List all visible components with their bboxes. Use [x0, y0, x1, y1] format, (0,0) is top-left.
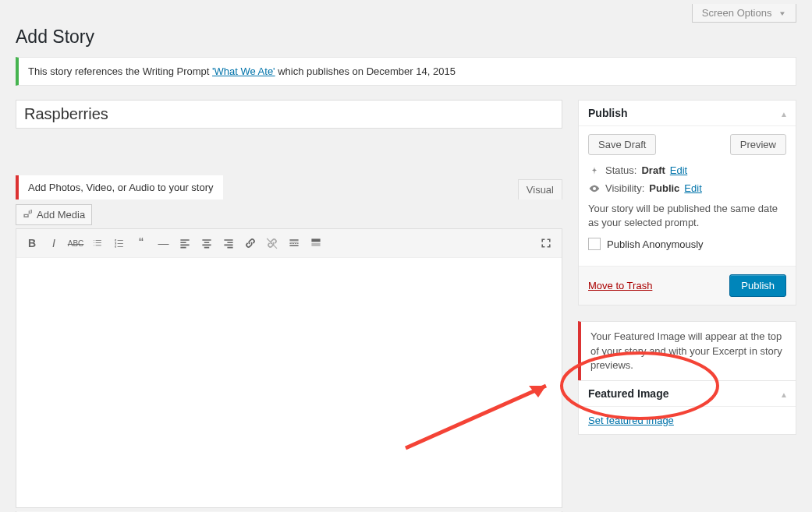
prompt-notice: This story references the Writing Prompt…: [16, 57, 796, 86]
align-left-button[interactable]: [174, 232, 196, 254]
fullscreen-button[interactable]: [535, 232, 557, 254]
triangle-up-icon[interactable]: ▲: [780, 110, 788, 118]
svg-rect-0: [311, 238, 320, 242]
publish-box: Publish ▲ Save Draft Preview Status: Dra…: [578, 100, 796, 305]
toolbar-toggle-button[interactable]: [305, 232, 327, 254]
chevron-down-icon: ▼: [778, 10, 786, 17]
notice-prefix: This story references the Writing Prompt: [28, 65, 212, 77]
set-featured-image-link[interactable]: Set featured image: [588, 415, 674, 426]
title-input[interactable]: [16, 100, 562, 129]
edit-status-link[interactable]: Edit: [670, 164, 687, 176]
edit-visibility-link[interactable]: Edit: [684, 182, 701, 194]
eye-icon: [588, 183, 601, 194]
visibility-label: Visibility:: [605, 182, 644, 194]
align-center-button[interactable]: [196, 232, 218, 254]
bold-button[interactable]: B: [21, 232, 43, 254]
anonymous-label: Publish Anonymously: [607, 238, 704, 250]
notice-suffix: which publishes on December 14, 2015: [275, 65, 456, 77]
tab-visual[interactable]: Visual: [518, 179, 562, 200]
screen-options-button[interactable]: Screen Options ▼: [692, 4, 796, 23]
insert-more-button[interactable]: [283, 232, 305, 254]
featured-image-notice: Your Featured Image will appear at the t…: [578, 321, 796, 380]
move-to-trash-link[interactable]: Move to Trash: [588, 280, 652, 291]
editor-toolbar: B I ABC “ —: [16, 229, 562, 258]
notice-prompt-link[interactable]: 'What We Ate': [212, 65, 275, 77]
publish-heading: Publish: [588, 107, 786, 119]
pin-icon: [588, 166, 601, 175]
italic-button[interactable]: I: [43, 232, 65, 254]
screen-options-label: Screen Options: [702, 7, 772, 19]
visibility-value: Public: [649, 182, 679, 194]
camera-music-icon: [23, 208, 34, 221]
add-media-label: Add Media: [37, 209, 85, 221]
publish-button[interactable]: Publish: [729, 274, 786, 297]
status-label: Status:: [605, 164, 636, 176]
unlink-button[interactable]: [261, 232, 283, 254]
svg-rect-1: [311, 243, 320, 246]
status-value: Draft: [641, 164, 665, 176]
publish-note: Your story will be published the same da…: [588, 202, 786, 230]
add-media-button[interactable]: Add Media: [16, 204, 92, 225]
preview-button[interactable]: Preview: [730, 134, 786, 155]
link-button[interactable]: [239, 232, 261, 254]
triangle-up-icon[interactable]: ▲: [780, 390, 788, 399]
editor-content[interactable]: [16, 258, 562, 507]
quote-button[interactable]: “: [130, 232, 152, 254]
anonymous-checkbox[interactable]: [588, 238, 601, 250]
number-list-button[interactable]: [108, 232, 130, 254]
strikethrough-button[interactable]: ABC: [65, 232, 87, 254]
media-tip: Add Photos, Video, or Audio to your stor…: [16, 175, 223, 200]
save-draft-button[interactable]: Save Draft: [588, 134, 656, 155]
hr-button[interactable]: —: [152, 232, 174, 254]
featured-image-heading: Featured Image: [588, 387, 786, 400]
bullet-list-button[interactable]: [87, 232, 108, 254]
page-title: Add Story: [16, 23, 796, 57]
align-right-button[interactable]: [218, 232, 239, 254]
featured-image-box: Featured Image ▲ Set featured image: [578, 380, 796, 435]
